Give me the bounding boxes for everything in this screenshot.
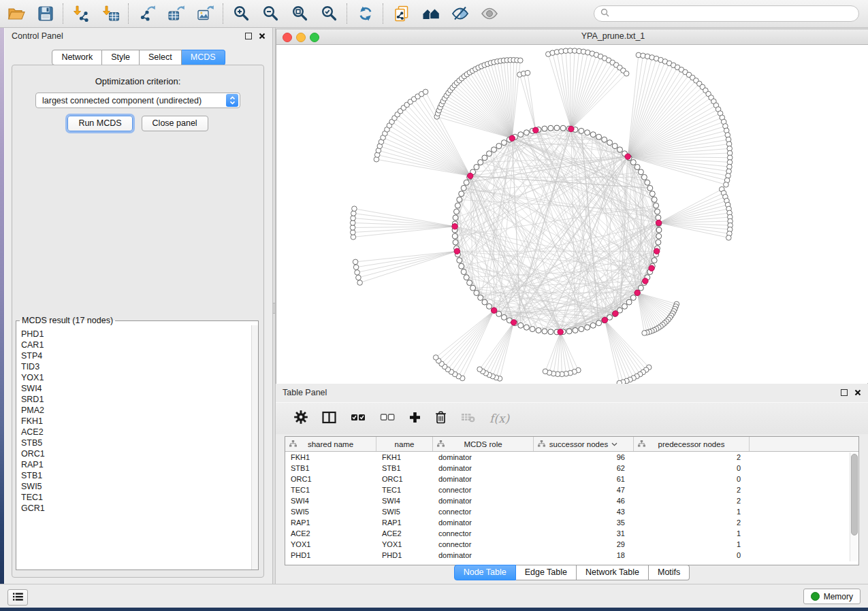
show-graphics-details-button[interactable]: [480, 5, 498, 23]
zoom-fit-button[interactable]: [291, 5, 309, 23]
column-header-shared-name[interactable]: shared name: [285, 437, 376, 451]
splitter-grip[interactable]: [273, 303, 275, 314]
search-box[interactable]: [594, 5, 859, 22]
toolbar-separator: [223, 3, 224, 24]
column-header-successor-nodes[interactable]: successor nodes: [534, 437, 634, 451]
mcds-result-item[interactable]: FKH1: [21, 416, 251, 427]
mcds-result-item[interactable]: PMA2: [21, 405, 251, 416]
save-session-button[interactable]: [36, 5, 54, 23]
cell-role: connector: [433, 540, 534, 548]
refresh-network-button[interactable]: [356, 5, 374, 23]
mcds-result-item[interactable]: ORC1: [21, 448, 251, 459]
split-columns-button[interactable]: [322, 411, 336, 427]
tab-network-table[interactable]: Network Table: [577, 565, 649, 580]
column-label: predecessor nodes: [658, 440, 725, 448]
mcds-result-item[interactable]: SRD1: [21, 394, 251, 405]
cell-successors: 35: [534, 518, 634, 527]
mcds-result-item[interactable]: GCR1: [21, 503, 251, 514]
tab-edge-table[interactable]: Edge Table: [516, 565, 577, 580]
export-table-button[interactable]: [167, 5, 185, 23]
import-network-button[interactable]: [72, 5, 91, 23]
mcds-result-list[interactable]: PHD1CAR1STP4TID3YOX1SWI4SRD1PMA2FKH1ACE2…: [17, 327, 251, 569]
table-row[interactable]: SWI5SWI5connector431: [285, 506, 858, 517]
cell-successors: 61: [534, 475, 634, 483]
table-row[interactable]: YOX1YOX1connector291: [285, 539, 858, 550]
table-scrollbar[interactable]: [850, 452, 858, 561]
network-graph[interactable]: [276, 45, 867, 384]
mcds-result-item[interactable]: STB1: [21, 470, 251, 481]
network-canvas[interactable]: [276, 45, 867, 384]
cell-successors: 46: [534, 497, 634, 505]
add-row-button[interactable]: [409, 412, 421, 426]
tab-motifs[interactable]: Motifs: [649, 565, 690, 580]
run-mcds-button[interactable]: Run MCDS: [67, 116, 132, 131]
search-input[interactable]: [613, 8, 858, 19]
float-panel-icon[interactable]: [841, 389, 848, 396]
task-history-button[interactable]: [7, 589, 28, 606]
hide-graphics-details-button[interactable]: [451, 5, 469, 23]
mcds-result-item[interactable]: SWI5: [21, 481, 251, 492]
cell-role: connector: [433, 508, 534, 516]
float-panel-icon[interactable]: [245, 33, 252, 39]
criterion-value: largest connected component (undirected): [36, 96, 226, 105]
cell-name: FKH1: [376, 453, 433, 461]
mcds-result-item[interactable]: RAP1: [21, 459, 251, 470]
table-row[interactable]: ACE2ACE2connector311: [285, 528, 858, 539]
import-table-button[interactable]: [101, 5, 120, 23]
tab-node-table[interactable]: Node Table: [454, 565, 516, 580]
mcds-result-item[interactable]: SWI4: [21, 383, 251, 394]
criterion-dropdown[interactable]: largest connected component (undirected): [35, 93, 240, 108]
column-header-name[interactable]: name: [376, 437, 433, 451]
mcds-result-item[interactable]: YOX1: [21, 372, 251, 383]
table-row[interactable]: ORC1ORC1dominator610: [285, 474, 858, 484]
table-row[interactable]: TEC1TEC1connector472: [285, 484, 858, 495]
close-panel-icon[interactable]: [259, 33, 266, 39]
mcds-result-item[interactable]: PHD1: [21, 329, 251, 340]
deselect-all-button[interactable]: [380, 412, 395, 425]
network-overview-button[interactable]: [421, 5, 440, 23]
table-row[interactable]: PHD1PHD1dominator180: [285, 550, 858, 561]
clone-network-button[interactable]: [392, 5, 411, 23]
export-image-button[interactable]: [196, 5, 214, 23]
tab-style[interactable]: Style: [102, 50, 140, 65]
gear-button[interactable]: [294, 410, 308, 427]
table-row[interactable]: RAP1RAP1dominator352: [285, 517, 858, 528]
open-file-button[interactable]: [7, 5, 25, 23]
delete-row-button[interactable]: [435, 410, 447, 427]
window-close-icon[interactable]: [283, 33, 292, 42]
zoom-out-button[interactable]: [261, 5, 280, 23]
window-minimize-icon[interactable]: [296, 33, 306, 42]
cell-shared_name: PHD1: [285, 551, 376, 559]
mcds-result-item[interactable]: TID3: [21, 361, 251, 372]
function-builder-button: f(x): [489, 412, 509, 425]
table-row[interactable]: SWI4SWI4dominator462: [285, 495, 858, 506]
column-header-predecessor-nodes[interactable]: predecessor nodes: [634, 437, 750, 451]
zoom-selected-button[interactable]: [320, 5, 338, 23]
memory-button[interactable]: Memory: [803, 589, 861, 604]
tab-network[interactable]: Network: [52, 50, 102, 65]
close-panel-button[interactable]: Close panel: [142, 116, 208, 131]
cell-shared_name: SWI4: [285, 497, 376, 505]
mcds-list-scrollbar[interactable]: [251, 325, 258, 569]
table-scrollbar-thumb[interactable]: [851, 454, 858, 535]
mcds-result-item[interactable]: TEC1: [21, 492, 251, 503]
cell-shared_name: FKH1: [285, 453, 376, 461]
mcds-result-item[interactable]: ACE2: [21, 427, 251, 437]
list-icon: [13, 591, 23, 604]
mcds-result-item[interactable]: CAR1: [21, 340, 251, 350]
tab-mcds[interactable]: MCDS: [182, 50, 225, 65]
network-window-titlebar[interactable]: YPA_prune.txt_1: [276, 29, 868, 45]
table-row[interactable]: FKH1FKH1dominator962: [285, 452, 858, 463]
select-all-button[interactable]: [351, 412, 366, 425]
mcds-result-item[interactable]: STP4: [21, 350, 251, 361]
zoom-in-button[interactable]: [232, 5, 251, 23]
table-row[interactable]: STB1STB1dominator620: [285, 463, 858, 474]
window-zoom-icon[interactable]: [310, 33, 319, 42]
mcds-result-item[interactable]: STB5: [21, 437, 251, 448]
close-panel-icon[interactable]: [854, 389, 861, 396]
export-network-button[interactable]: [138, 5, 156, 23]
chevron-down-icon[interactable]: [611, 442, 617, 446]
column-header-MCDS-role[interactable]: MCDS role: [433, 437, 534, 451]
tab-select[interactable]: Select: [140, 50, 182, 65]
delete-table-icon: [461, 412, 475, 425]
